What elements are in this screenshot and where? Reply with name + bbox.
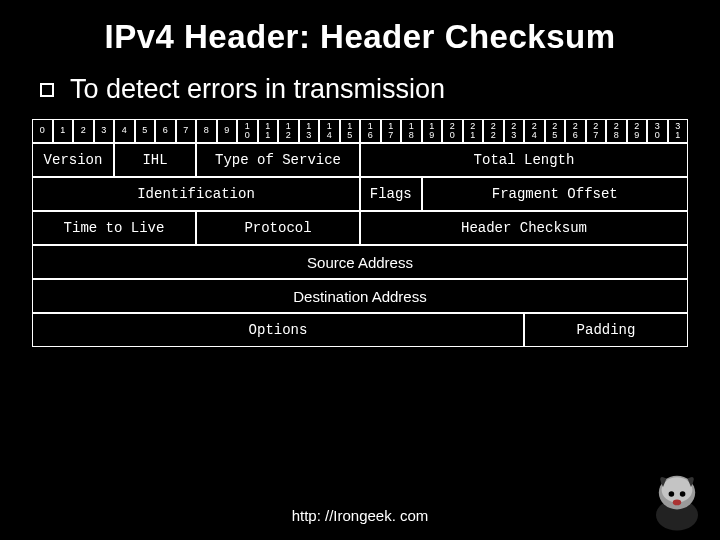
bit-7: 7 [176, 119, 197, 143]
ipv4-header-table: Version IHL Type of Service Total Length… [32, 143, 688, 347]
bit-28: 28 [606, 119, 627, 143]
bit-17: 17 [381, 119, 402, 143]
bit-0: 0 [32, 119, 53, 143]
bullet-icon [40, 83, 54, 97]
slide-title: IPv4 Header: Header Checksum [32, 18, 688, 56]
field-checksum: Header Checksum [360, 211, 688, 245]
bullet-row: To detect errors in transmission [40, 74, 688, 105]
svg-point-4 [680, 491, 686, 497]
bit-26: 26 [565, 119, 586, 143]
field-destination-address: Destination Address [32, 279, 688, 313]
field-ttl: Time to Live [32, 211, 196, 245]
svg-point-2 [662, 477, 693, 502]
bit-22: 22 [483, 119, 504, 143]
bit-8: 8 [196, 119, 217, 143]
field-source-address: Source Address [32, 245, 688, 279]
bit-5: 5 [135, 119, 156, 143]
bit-2: 2 [73, 119, 94, 143]
bit-14: 14 [319, 119, 340, 143]
bit-15: 15 [340, 119, 361, 143]
field-ihl: IHL [114, 143, 196, 177]
bit-4: 4 [114, 119, 135, 143]
bit-31: 31 [668, 119, 689, 143]
svg-point-5 [673, 500, 681, 506]
bullet-text: To detect errors in transmission [70, 74, 445, 105]
mascot-icon [642, 466, 712, 536]
field-total-length: Total Length [360, 143, 688, 177]
slide: IPv4 Header: Header Checksum To detect e… [0, 0, 720, 540]
bit-12: 12 [278, 119, 299, 143]
bit-10: 10 [237, 119, 258, 143]
bit-24: 24 [524, 119, 545, 143]
field-fragment-offset: Fragment Offset [422, 177, 689, 211]
field-flags: Flags [360, 177, 422, 211]
field-version: Version [32, 143, 114, 177]
bit-6: 6 [155, 119, 176, 143]
bit-index-row: 0123456789101112131415161718192021222324… [32, 119, 688, 143]
bit-1: 1 [53, 119, 74, 143]
field-tos: Type of Service [196, 143, 360, 177]
bit-30: 30 [647, 119, 668, 143]
bit-3: 3 [94, 119, 115, 143]
field-padding: Padding [524, 313, 688, 347]
svg-point-3 [669, 491, 675, 497]
bit-20: 20 [442, 119, 463, 143]
field-identification: Identification [32, 177, 360, 211]
bit-19: 19 [422, 119, 443, 143]
bit-21: 21 [463, 119, 484, 143]
bit-25: 25 [545, 119, 566, 143]
bit-9: 9 [217, 119, 238, 143]
field-options: Options [32, 313, 524, 347]
bit-29: 29 [627, 119, 648, 143]
bit-16: 16 [360, 119, 381, 143]
bit-27: 27 [586, 119, 607, 143]
bit-18: 18 [401, 119, 422, 143]
bit-11: 11 [258, 119, 279, 143]
bit-23: 23 [504, 119, 525, 143]
field-protocol: Protocol [196, 211, 360, 245]
bit-13: 13 [299, 119, 320, 143]
footer-url: http: //Irongeek. com [0, 507, 720, 524]
